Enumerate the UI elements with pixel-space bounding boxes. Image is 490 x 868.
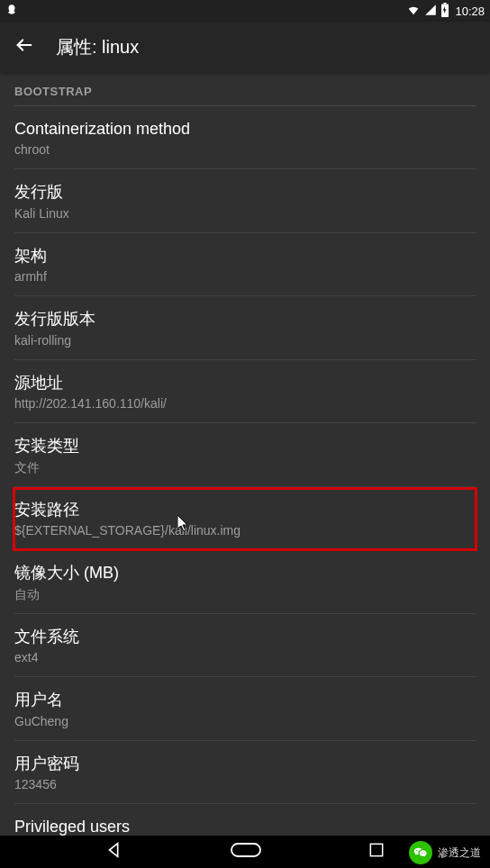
item-value: 文件 (14, 459, 476, 475)
item-value: 123456 (14, 776, 476, 792)
wechat-icon (409, 841, 432, 864)
list-item-install-path[interactable]: 安装路径 ${EXTERNAL_STORAGE}/kali/linux.img (14, 487, 476, 550)
item-value: ext4 (14, 649, 476, 665)
item-label: 镜像大小 (MB) (14, 562, 476, 583)
watermark: 渗透之道 (409, 841, 481, 864)
svg-rect-2 (231, 844, 260, 856)
item-label: 发行版 (14, 181, 476, 203)
signal-icon (424, 4, 437, 19)
settings-list: BOOTSTRAP Containerization method chroot… (0, 72, 490, 868)
item-value: kali-rolling (14, 332, 476, 348)
app-bar: 属性: linux (0, 22, 490, 72)
status-bar: 10:28 (0, 0, 490, 22)
item-label: 安装路径 (14, 499, 476, 520)
item-value: http://202.141.160.110/kali/ (14, 395, 476, 411)
nav-home-icon[interactable] (226, 842, 266, 862)
item-value: ${EXTERNAL_STORAGE}/kali/linux.img (14, 522, 476, 538)
list-item[interactable]: 发行版 Kali Linux (14, 169, 476, 232)
page-title: 属性: linux (56, 35, 139, 59)
item-label: 源地址 (14, 372, 476, 393)
list-item[interactable]: 安装类型 文件 (14, 423, 476, 486)
item-label: 安装类型 (14, 435, 476, 457)
list-item[interactable]: Containerization method chroot (14, 106, 476, 169)
back-icon[interactable] (14, 35, 34, 59)
list-item[interactable]: 镜像大小 (MB) 自动 (14, 550, 476, 613)
item-value: chroot (14, 141, 476, 158)
svg-rect-1 (444, 3, 447, 5)
notification-icon (5, 4, 18, 19)
item-label: Containerization method (14, 118, 476, 140)
status-time: 10:28 (455, 5, 485, 18)
item-value: GuCheng (14, 713, 476, 729)
item-value: 自动 (14, 586, 476, 602)
item-label: Privileged users (14, 816, 476, 837)
list-item[interactable]: 发行版版本 kali-rolling (14, 296, 476, 359)
item-label: 发行版版本 (14, 308, 476, 330)
item-value: armhf (14, 268, 476, 285)
item-label: 文件系统 (14, 626, 476, 647)
wifi-icon (406, 4, 421, 19)
svg-rect-3 (370, 844, 382, 855)
battery-charging-icon (440, 3, 449, 20)
item-value: Kali Linux (14, 205, 476, 222)
list-item[interactable]: 架构 armhf (14, 233, 476, 296)
nav-recent-icon[interactable] (368, 841, 386, 863)
item-label: 架构 (14, 245, 476, 267)
item-label: 用户密码 (14, 753, 476, 774)
section-header-bootstrap: BOOTSTRAP (14, 72, 476, 106)
list-item[interactable]: 用户名 GuCheng (14, 677, 476, 740)
list-item[interactable]: 文件系统 ext4 (14, 614, 476, 677)
nav-back-icon[interactable] (104, 840, 124, 863)
list-item[interactable]: 用户密码 123456 (14, 741, 476, 804)
watermark-text: 渗透之道 (438, 845, 481, 861)
item-label: 用户名 (14, 689, 476, 710)
list-item[interactable]: 源地址 http://202.141.160.110/kali/ (14, 360, 476, 423)
